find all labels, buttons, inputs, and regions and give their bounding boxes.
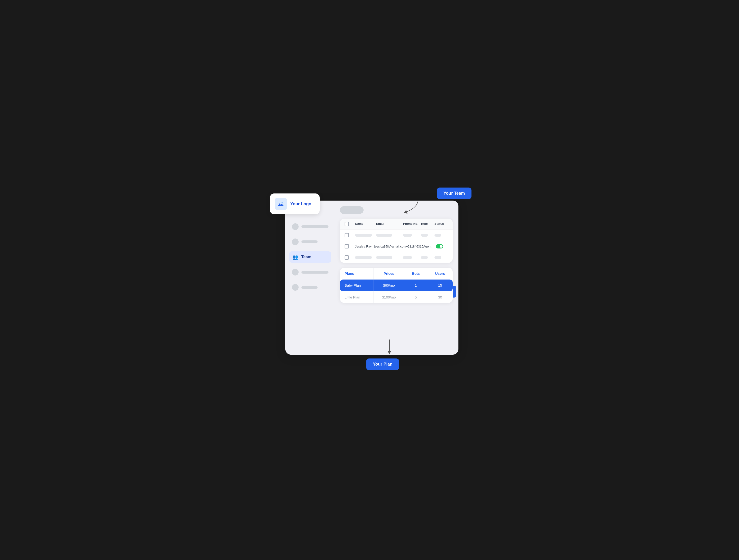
placeholder-phone-3 (403, 256, 412, 259)
sidebar-team-label: Team (301, 255, 311, 259)
sidebar-item-4 (289, 282, 331, 293)
row-checkbox-1[interactable] (344, 233, 349, 237)
little-plan-name: Little Plan (340, 292, 374, 303)
col-name: Name (355, 222, 376, 226)
cell-phone-2: +211846315 (406, 245, 423, 248)
plans-table: Plans Prices Bots Users Baby Plan $60/mo… (340, 268, 453, 303)
sidebar-bar-3 (301, 271, 328, 273)
plans-col-plans: Plans (340, 268, 374, 279)
search-bar[interactable] (340, 206, 363, 214)
placeholder-status-3 (435, 256, 441, 259)
table-row (340, 252, 453, 263)
sidebar-bar-4 (301, 286, 318, 289)
svg-rect-0 (277, 200, 285, 208)
your-team-button[interactable]: Your Team (437, 188, 471, 199)
main-content: Name Email Phone No. Role Status (335, 201, 458, 355)
team-icon: 👥 (292, 254, 298, 260)
logo-text: Your Logo (290, 201, 311, 206)
team-table-card: Name Email Phone No. Role Status (340, 219, 453, 263)
sidebar-bar-1 (301, 225, 328, 228)
select-all-checkbox[interactable] (344, 222, 349, 226)
status-toggle-2[interactable] (436, 244, 443, 248)
plans-table-header-row: Plans Prices Bots Users (340, 268, 453, 279)
your-plan-button[interactable]: Your Plan (366, 359, 399, 370)
little-plan-bots: 5 (404, 292, 427, 303)
your-plan-arrow (386, 340, 393, 357)
cell-email-2: jessica158@gmail.com (374, 245, 406, 248)
placeholder-role-1 (421, 234, 428, 237)
sidebar: 👥 Team (285, 201, 335, 355)
table-header: Name Email Phone No. Role Status (340, 219, 453, 230)
table-row (340, 230, 453, 241)
baby-plan-price: $60/mo (374, 279, 404, 292)
placeholder-email-3 (376, 256, 392, 259)
placeholder-role-3 (421, 256, 428, 259)
placeholder-phone-1 (403, 234, 412, 237)
placeholder-status-1 (435, 234, 441, 237)
plans-col-prices: Prices (374, 268, 404, 279)
sidebar-item-3 (289, 266, 331, 278)
active-row-indicator (453, 286, 456, 298)
sidebar-bar-2 (301, 240, 318, 243)
table-row: Jessica Ray jessica158@gmail.com +211846… (340, 241, 453, 252)
baby-plan-bots: 1 (404, 279, 427, 292)
sidebar-dot-3 (292, 269, 299, 275)
sidebar-item-2 (289, 236, 331, 247)
cell-role-2: Agent (423, 245, 436, 248)
baby-plan-name: Baby Plan (340, 279, 374, 292)
little-plan-price: $100/mo (374, 292, 404, 303)
plan-row-little[interactable]: Little Plan $100/mo 5 30 (340, 292, 453, 303)
plan-row-baby[interactable]: Baby Plan $60/mo 1 15 (340, 279, 453, 292)
app-window: Your Logo 👥 Team (285, 201, 458, 355)
sidebar-dot-2 (292, 238, 299, 245)
little-plan-users: 30 (427, 292, 453, 303)
your-team-arrow (397, 198, 421, 218)
row-checkbox-3[interactable] (344, 255, 349, 259)
logo-icon (275, 198, 287, 210)
sidebar-dot-1 (292, 223, 299, 230)
sidebar-item-team[interactable]: 👥 Team (289, 251, 331, 263)
plans-card: Plans Prices Bots Users Baby Plan $60/mo… (340, 268, 453, 303)
cell-name-2: Jessica Ray (355, 245, 374, 248)
placeholder-email-1 (376, 234, 392, 237)
placeholder-name-1 (355, 234, 372, 237)
svg-point-1 (282, 202, 283, 203)
col-role: Role (421, 222, 435, 226)
placeholder-name-3 (355, 256, 372, 259)
plans-col-bots: Bots (404, 268, 427, 279)
col-status: Status (435, 222, 448, 226)
logo-card: Your Logo (270, 193, 320, 214)
col-phone: Phone No. (403, 222, 421, 226)
sidebar-dot-4 (292, 284, 299, 291)
plans-col-users: Users (427, 268, 453, 279)
col-email: Email (376, 222, 403, 226)
row-checkbox-2[interactable] (344, 244, 349, 248)
toggle-dot-2 (440, 245, 443, 248)
sidebar-item-1 (289, 221, 331, 232)
scene: Your Team Your Plan (268, 188, 471, 372)
baby-plan-users: 15 (427, 279, 453, 292)
